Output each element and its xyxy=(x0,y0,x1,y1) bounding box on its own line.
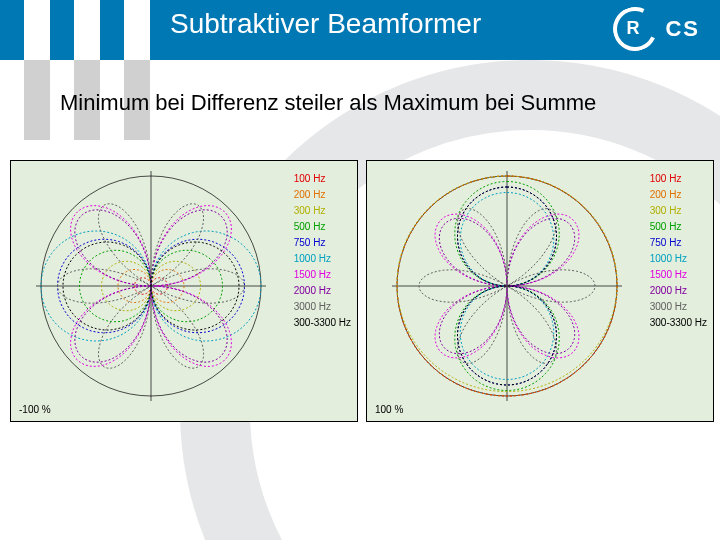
legend-item: 1000 Hz xyxy=(294,251,351,267)
legend: 100 Hz200 Hz300 Hz500 Hz750 Hz1000 Hz150… xyxy=(294,171,351,331)
legend-item: 100 Hz xyxy=(294,171,351,187)
plot-row: 100 Hz200 Hz300 Hz500 Hz750 Hz1000 Hz150… xyxy=(10,160,714,422)
legend-item: 1500 Hz xyxy=(294,267,351,283)
polar-canvas xyxy=(31,171,271,401)
polar-plot-sum: 100 Hz200 Hz300 Hz500 Hz750 Hz1000 Hz150… xyxy=(366,160,714,422)
page-title: Subtraktiver Beamformer xyxy=(170,8,481,40)
legend: 100 Hz200 Hz300 Hz500 Hz750 Hz1000 Hz150… xyxy=(650,171,707,331)
legend-item: 100 Hz xyxy=(650,171,707,187)
legend-item: 500 Hz xyxy=(294,219,351,235)
x-scale-label: 100 % xyxy=(375,404,403,415)
legend-item: 1000 Hz xyxy=(650,251,707,267)
legend-item: 2000 Hz xyxy=(650,283,707,299)
logo-r-letter: R xyxy=(627,18,640,39)
legend-item: 300 Hz xyxy=(294,203,351,219)
x-scale-label: -100 % xyxy=(19,404,51,415)
legend-item: 300-3300 Hz xyxy=(294,315,351,331)
logo-rcs: R CS xyxy=(613,8,700,50)
legend-item: 300 Hz xyxy=(650,203,707,219)
logo-ring-icon: R xyxy=(607,1,663,57)
legend-item: 2000 Hz xyxy=(294,283,351,299)
polar-plot-difference: 100 Hz200 Hz300 Hz500 Hz750 Hz1000 Hz150… xyxy=(10,160,358,422)
header-stripes xyxy=(0,0,170,140)
legend-item: 750 Hz xyxy=(650,235,707,251)
polar-canvas xyxy=(387,171,627,401)
legend-item: 300-3300 Hz xyxy=(650,315,707,331)
subtitle-text: Minimum bei Differenz steiler als Maximu… xyxy=(60,90,596,116)
legend-item: 3000 Hz xyxy=(650,299,707,315)
legend-item: 200 Hz xyxy=(294,187,351,203)
logo-cs-letters: CS xyxy=(665,16,700,42)
legend-item: 500 Hz xyxy=(650,219,707,235)
legend-item: 750 Hz xyxy=(294,235,351,251)
legend-item: 3000 Hz xyxy=(294,299,351,315)
legend-item: 1500 Hz xyxy=(650,267,707,283)
legend-item: 200 Hz xyxy=(650,187,707,203)
